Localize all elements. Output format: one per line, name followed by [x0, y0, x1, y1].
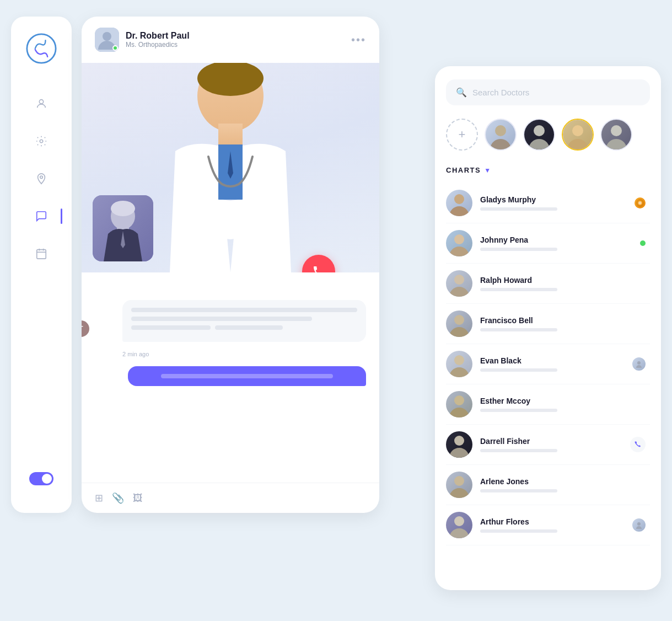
- doctor-avatars-row: +: [446, 119, 650, 151]
- doctor-status-darrell: [630, 437, 646, 452]
- svg-point-32: [454, 476, 464, 486]
- sidebar-item-calendar[interactable]: [31, 244, 51, 264]
- doctor-info-johnny: Johnny Pena: [480, 235, 650, 251]
- charts-section-header: CHARTS ▼: [446, 166, 650, 174]
- doctor-item-gladys[interactable]: Gladys Murphy: [446, 183, 650, 223]
- doctor-info: Dr. Robert Paul Ms. Orthopaedics: [126, 31, 345, 49]
- doctor-item-johnny[interactable]: Johnny Pena: [446, 223, 650, 264]
- doctor-avatar-arthur: [446, 512, 472, 538]
- charts-chevron-icon[interactable]: ▼: [484, 167, 491, 174]
- chat-input-area: ⊞ 📎 🖼: [82, 483, 379, 513]
- doctor-status-gladys: [635, 197, 646, 208]
- phone-icon[interactable]: [630, 437, 646, 452]
- doctor-name-arthur: Arthur Flores: [480, 517, 650, 526]
- doctor-avatar-2[interactable]: [523, 119, 555, 151]
- chat-area: T 2 min ago: [82, 272, 379, 406]
- pip-video-feed: [93, 195, 153, 261]
- svg-point-0: [27, 34, 56, 63]
- doctor-avatar-3[interactable]: [562, 119, 594, 151]
- doctor-item-evan[interactable]: Evan Black: [446, 344, 650, 384]
- card-header: Dr. Robert Paul Ms. Orthopaedics •••: [82, 17, 379, 63]
- doctor-info-gladys: Gladys Murphy: [480, 195, 650, 211]
- sidebar-item-settings[interactable]: [31, 131, 51, 151]
- doctor-bar-gladys: [480, 207, 557, 211]
- svg-point-27: [454, 315, 464, 325]
- message-time: 2 min ago: [122, 351, 366, 357]
- doctor-item-arlene[interactable]: Arlene Jones: [446, 465, 650, 505]
- doctor-info-evan: Evan Black: [480, 356, 650, 372]
- svg-point-16: [111, 201, 135, 216]
- svg-point-21: [611, 125, 622, 136]
- doctor-avatar-esther: [446, 391, 472, 417]
- svg-point-33: [454, 516, 464, 526]
- online-indicator: [112, 45, 118, 51]
- sender-initial: T: [82, 320, 89, 337]
- search-icon: 🔍: [456, 87, 467, 98]
- status-gold-icon: [635, 197, 646, 208]
- svg-point-30: [454, 395, 464, 405]
- charts-label: CHARTS: [446, 166, 481, 174]
- doctor-info-ralph: Ralph Howard: [480, 276, 650, 291]
- doctor-item-ralph[interactable]: Ralph Howard: [446, 264, 650, 304]
- image-icon[interactable]: 🖼: [133, 492, 143, 504]
- attachment-icon[interactable]: 📎: [112, 492, 124, 504]
- svg-rect-4: [37, 250, 46, 259]
- status-online-icon: [640, 240, 646, 246]
- status-person2-icon: [632, 518, 646, 532]
- doctor-info-arthur: Arthur Flores: [480, 517, 650, 533]
- svg-point-29: [637, 361, 641, 365]
- doctor-avatar-1[interactable]: [485, 119, 517, 151]
- chat-message-incoming: [122, 300, 366, 342]
- doctor-name-arlene: Arlene Jones: [480, 477, 650, 486]
- doctor-bar-darrell: [480, 449, 557, 452]
- doctors-panel: 🔍 Search Doctors +: [435, 66, 661, 590]
- chat-message-outgoing: [128, 366, 366, 386]
- self-video-pip: [93, 195, 153, 261]
- theme-toggle[interactable]: [29, 472, 53, 485]
- sidebar-item-chat[interactable]: [31, 206, 51, 226]
- doctor-name-francisco: Francisco Bell: [480, 316, 650, 325]
- doctor-name-esther: Esther Mccoy: [480, 397, 650, 405]
- svg-point-3: [40, 176, 43, 179]
- doctor-specialty: Ms. Orthopaedics: [126, 41, 345, 49]
- doctor-item-francisco[interactable]: Francisco Bell: [446, 304, 650, 344]
- app-logo: [26, 33, 57, 94]
- svg-point-22: [454, 194, 464, 204]
- doctor-item-esther[interactable]: Esther Mccoy: [446, 384, 650, 425]
- doctor-item-arthur[interactable]: Arthur Flores: [446, 505, 650, 545]
- doctor-info-darrell: Darrell Fisher: [480, 437, 650, 452]
- svg-point-9: [103, 32, 111, 41]
- doctor-name: Dr. Robert Paul: [126, 31, 345, 41]
- sidebar-item-profile[interactable]: [31, 94, 51, 114]
- doctor-info-esther: Esther Mccoy: [480, 397, 650, 412]
- video-area: [82, 63, 379, 272]
- svg-point-19: [534, 125, 545, 136]
- svg-point-20: [572, 125, 583, 136]
- doctor-name-evan: Evan Black: [480, 356, 650, 365]
- grid-icon[interactable]: ⊞: [95, 492, 103, 504]
- doctor-avatar-darrell: [446, 431, 472, 458]
- doctor-bar-johnny: [480, 248, 557, 251]
- doctor-name-darrell: Darrell Fisher: [480, 437, 650, 446]
- svg-point-28: [454, 355, 464, 365]
- doctor-status-evan: [632, 357, 646, 371]
- svg-point-26: [454, 275, 464, 285]
- doctor-info-francisco: Francisco Bell: [480, 316, 650, 331]
- doctor-item-darrell[interactable]: Darrell Fisher: [446, 425, 650, 465]
- svg-point-34: [637, 522, 641, 526]
- doctor-avatar-gladys: [446, 190, 472, 216]
- doctor-avatar-ralph: [446, 270, 472, 297]
- doctor-status-johnny: [640, 240, 646, 246]
- sidebar-nav: [31, 94, 51, 472]
- search-bar[interactable]: 🔍 Search Doctors: [446, 79, 650, 105]
- add-doctor-button[interactable]: +: [446, 119, 478, 151]
- doctor-list: Gladys Murphy Johnny Pena: [446, 183, 650, 545]
- svg-point-1: [39, 100, 43, 104]
- sidebar-item-location[interactable]: [31, 169, 51, 189]
- doctor-bar-evan: [480, 368, 557, 372]
- message-line: [131, 317, 312, 321]
- doctor-avatar-4[interactable]: [600, 119, 632, 151]
- status-person-icon: [632, 357, 646, 371]
- svg-point-2: [40, 140, 43, 143]
- more-options-button[interactable]: •••: [351, 34, 366, 46]
